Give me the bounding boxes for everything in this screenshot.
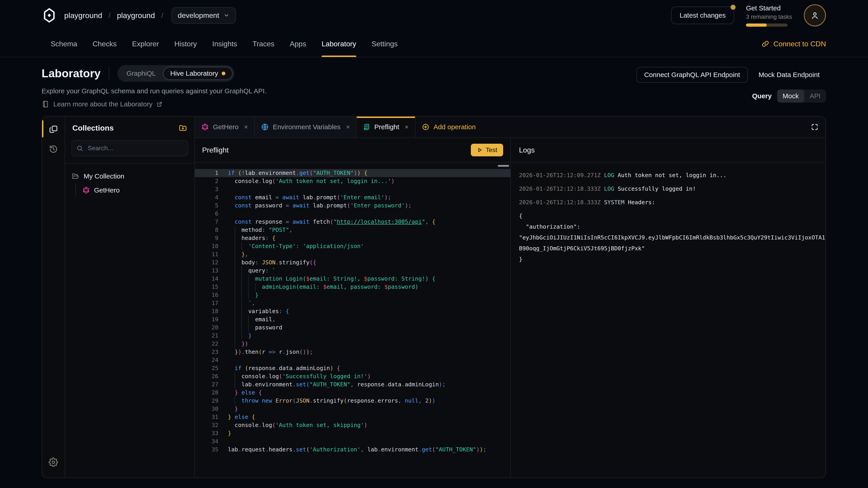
close-icon[interactable]: × <box>405 123 409 131</box>
code-line[interactable]: 16 } <box>195 291 510 299</box>
main-nav: SchemaChecksExplorerHistoryInsightsTrace… <box>0 31 868 57</box>
nav-item-settings[interactable]: Settings <box>372 31 398 57</box>
history-rail-button[interactable] <box>42 139 65 159</box>
code-line[interactable]: 25 if (response.data.adminLogin) { <box>195 364 510 372</box>
breadcrumb-project[interactable]: playground <box>117 11 155 20</box>
nav-item-insights[interactable]: Insights <box>212 31 237 57</box>
test-button[interactable]: Test <box>471 144 503 156</box>
breadcrumb-org[interactable]: playground <box>64 11 102 20</box>
log-timestamp: 2026-01-26T12:12:18.333Z <box>519 186 604 192</box>
line-number: 33 <box>195 429 218 437</box>
target-select-value: development <box>178 11 219 20</box>
add-operation-tab[interactable]: Add operation <box>415 117 482 137</box>
code-line[interactable]: 4 const email = await lab.prompt('Enter … <box>195 193 510 201</box>
settings-rail-button[interactable] <box>42 452 65 472</box>
log-raw-line: B90oqg_IjOmGtjP6CkiV5Jt695jBD0fjzPxk" <box>519 243 826 254</box>
code-line[interactable]: 32 console.log('Auth token set, skipping… <box>195 421 510 429</box>
query-toggle-api[interactable]: API <box>804 90 826 103</box>
code-line[interactable]: 14 mutation Login($email: String!, $pass… <box>195 275 510 283</box>
code-text: if (!lab.environment.get("AUTH_TOKEN")) … <box>228 169 367 177</box>
user-avatar[interactable] <box>804 4 826 26</box>
collections-icon <box>49 125 58 134</box>
nav-item-apps[interactable]: Apps <box>290 31 306 57</box>
tab-environment-variables[interactable]: Environment Variables× <box>255 117 357 137</box>
nav-item-explorer[interactable]: Explorer <box>132 31 159 57</box>
code-line[interactable]: 3 <box>195 185 510 193</box>
connect-graphql-api-endpoint-button[interactable]: Connect GraphQL API Endpoint <box>637 67 748 83</box>
code-line[interactable]: 10 'Content-Type': 'application/json' <box>195 242 510 250</box>
code-line[interactable]: 18 variables: { <box>195 307 510 315</box>
nav-item-schema[interactable]: Schema <box>51 31 77 57</box>
code-line[interactable]: 15 adminLogin(email: $email, password: $… <box>195 283 510 291</box>
line-number: 4 <box>195 193 218 201</box>
nav-item-laboratory[interactable]: Laboratory <box>322 31 356 57</box>
close-icon[interactable]: × <box>346 123 350 131</box>
learn-more-link[interactable]: Learn more about the Laboratory <box>41 100 267 108</box>
code-line[interactable]: 23 }).then(r => r.json()); <box>195 348 510 356</box>
nav-item-checks[interactable]: Checks <box>92 31 117 57</box>
view-toggle-graphiql[interactable]: GraphiQL <box>119 67 163 80</box>
collections-rail-button[interactable] <box>42 119 65 139</box>
code-line[interactable]: 34 <box>195 437 510 446</box>
code-text: const email = await lab.prompt('Enter em… <box>228 193 391 201</box>
tab-label: Environment Variables <box>273 123 341 131</box>
code-line[interactable]: 33} <box>195 429 510 437</box>
log-entry: 2026-01-26T12:12:18.333Z LOG Successfull… <box>519 184 826 194</box>
code-line[interactable]: 1if (!lab.environment.get("AUTH_TOKEN"))… <box>195 169 510 177</box>
tab-preflight[interactable]: Preflight× <box>357 117 415 137</box>
code-line[interactable]: 24 <box>195 356 510 364</box>
code-line[interactable]: 9 headers: { <box>195 234 510 242</box>
code-line[interactable]: 29 throw new Error(JSON.stringify(respon… <box>195 397 510 405</box>
code-line[interactable]: 17 `, <box>195 299 510 307</box>
get-started-widget[interactable]: Get Started 3 remaining tasks <box>746 4 792 27</box>
code-line[interactable]: 12 body: JSON.stringify({ <box>195 258 510 267</box>
code-line[interactable]: 35lab.request.headers.set('Authorization… <box>195 446 510 454</box>
code-line[interactable]: 5 const password = await lab.prompt('Ent… <box>195 201 510 210</box>
indent-guide <box>241 242 242 250</box>
line-number: 28 <box>195 389 218 397</box>
add-collection-button[interactable] <box>179 124 187 132</box>
code-text: } <box>228 332 252 340</box>
log-message: Successfully logged in! <box>618 186 696 192</box>
scrollbar-thumb[interactable] <box>498 165 509 167</box>
code-line[interactable]: 22 }) <box>195 340 510 348</box>
code-line[interactable]: 27 lab.environment.set("AUTH_TOKEN", res… <box>195 381 510 389</box>
code-line[interactable]: 31} else { <box>195 413 510 421</box>
tab-gethero[interactable]: GetHero× <box>195 117 255 137</box>
code-line[interactable]: 8 method: "POST", <box>195 226 510 234</box>
indent-guide <box>235 397 235 405</box>
target-select[interactable]: development <box>171 7 236 24</box>
logs-output[interactable]: 2026-01-26T12:12:09.271Z LOG Auth token … <box>511 163 826 478</box>
code-line[interactable]: 11 }, <box>195 250 510 258</box>
collection-folder[interactable]: My Collection <box>71 170 188 183</box>
close-icon[interactable]: × <box>244 123 248 131</box>
code-text: query: ` <box>228 267 276 275</box>
search-input[interactable] <box>87 144 183 152</box>
collections-search[interactable] <box>71 140 188 156</box>
hive-logo-icon[interactable] <box>41 8 57 23</box>
code-line[interactable]: 30 } <box>195 405 510 413</box>
code-line[interactable]: 28 } else { <box>195 389 510 397</box>
fullscreen-button[interactable] <box>804 117 826 137</box>
view-toggle-hive-laboratory[interactable]: Hive Laboratory <box>163 67 232 80</box>
code-line[interactable]: 19 email, <box>195 315 510 324</box>
code-line[interactable]: 26 console.log('Successfully logged in!'… <box>195 372 510 381</box>
connect-to-cdn-link[interactable]: Connect to CDN <box>762 31 826 57</box>
code-line[interactable]: 20 password <box>195 324 510 332</box>
code-line[interactable]: 2 console.log('Auth token not set, loggi… <box>195 177 510 185</box>
code-line[interactable]: 7 const response = await fetch("http://l… <box>195 218 510 226</box>
indent-guide <box>241 291 242 299</box>
nav-item-history[interactable]: History <box>174 31 197 57</box>
line-number: 14 <box>195 275 218 283</box>
code-line[interactable]: 21 } <box>195 332 510 340</box>
collection-item-gethero[interactable]: GetHero <box>82 184 188 197</box>
indent-guide <box>241 299 242 307</box>
nav-item-traces[interactable]: Traces <box>252 31 274 57</box>
mock-data-endpoint-button[interactable]: Mock Data Endpoint <box>752 67 826 82</box>
code-line[interactable]: 6 <box>195 210 510 218</box>
code-editor[interactable]: 1if (!lab.environment.get("AUTH_TOKEN"))… <box>195 163 510 478</box>
query-toggle-mock[interactable]: Mock <box>777 90 804 103</box>
latest-changes-button[interactable]: Latest changes <box>671 6 734 24</box>
log-timestamp: 2026-01-26T12:12:18.333Z <box>519 199 604 205</box>
code-line[interactable]: 13 query: ` <box>195 267 510 275</box>
